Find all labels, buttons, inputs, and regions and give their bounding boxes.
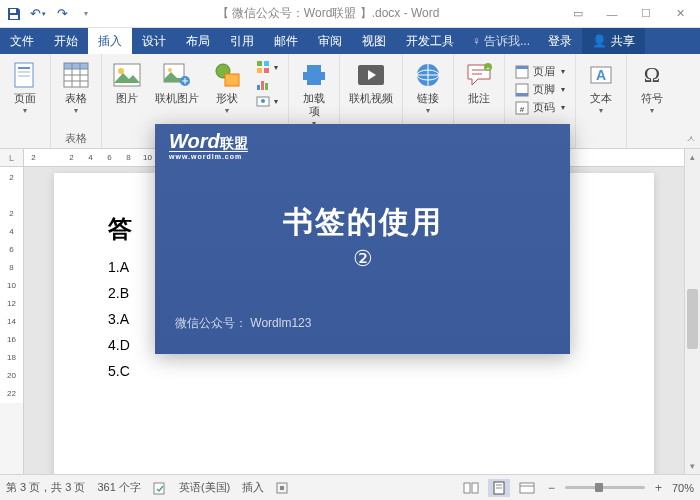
screenshot-button[interactable]: ▾ <box>254 93 280 109</box>
vruler-tick: 14 <box>0 313 23 331</box>
link-icon <box>412 59 444 91</box>
overlay-footer: 微信公众号： Wordlm123 <box>175 315 311 332</box>
window-title: 【 微信公众号：Word联盟 】.docx - Word <box>94 5 562 22</box>
overlay-title: 书签的使用 <box>155 202 570 243</box>
minimize-button[interactable]: — <box>596 4 628 24</box>
maximize-button[interactable]: ☐ <box>630 4 662 24</box>
tab-mail[interactable]: 邮件 <box>264 28 308 54</box>
svg-rect-20 <box>257 61 262 66</box>
close-button[interactable]: ✕ <box>664 4 696 24</box>
tab-home[interactable]: 开始 <box>44 28 88 54</box>
addins-button[interactable]: 加载 项 ▾ <box>293 57 335 132</box>
svg-rect-3 <box>18 67 30 69</box>
table-button[interactable]: 表格 ▾ <box>55 57 97 129</box>
shapes-button[interactable]: 形状 ▾ <box>206 57 248 132</box>
chart-button[interactable] <box>254 76 280 92</box>
ribbon-options-icon[interactable]: ▭ <box>562 4 594 24</box>
save-icon[interactable] <box>6 6 22 22</box>
chevron-down-icon: ▾ <box>225 106 229 115</box>
collapse-ribbon-icon[interactable]: ㅅ <box>686 132 696 146</box>
header-icon <box>515 65 529 79</box>
online-video-button[interactable]: 联机视频 <box>344 57 398 132</box>
view-web-icon[interactable] <box>516 479 538 497</box>
vruler-tick: 20 <box>0 367 23 385</box>
svg-rect-23 <box>264 68 269 73</box>
comment-button[interactable]: + 批注 <box>458 57 500 132</box>
header-button[interactable]: 页眉▾ <box>513 63 567 80</box>
bulb-icon: ♀ <box>472 34 481 48</box>
status-lang[interactable]: 英语(美国) <box>179 480 230 495</box>
tab-references[interactable]: 引用 <box>220 28 264 54</box>
tab-file[interactable]: 文件 <box>0 28 44 54</box>
overlay-card: Word联盟 www.wordlm.com 书签的使用 ② 微信公众号： Wor… <box>155 124 570 354</box>
vruler-tick: 16 <box>0 331 23 349</box>
zoom-slider[interactable] <box>565 486 645 489</box>
zoom-out-button[interactable]: − <box>544 481 559 495</box>
smartart-icon <box>256 60 270 74</box>
tab-view[interactable]: 视图 <box>352 28 396 54</box>
svg-text:#: # <box>520 105 525 114</box>
svg-rect-47 <box>464 483 470 493</box>
svg-rect-22 <box>257 68 262 73</box>
status-bar: 第 3 页，共 3 页 361 个字 英语(美国) 插入 − + 70% <box>0 474 700 500</box>
share-button[interactable]: 👤共享 <box>582 28 645 54</box>
vruler-tick: 10 <box>0 277 23 295</box>
undo-icon[interactable]: ↶▾ <box>30 6 46 22</box>
chevron-down-icon: ▾ <box>74 106 78 115</box>
scroll-down-icon[interactable]: ▾ <box>685 458 700 474</box>
quick-access-toolbar: ↶▾ ↷ ▾ <box>0 6 94 22</box>
tell-me[interactable]: ♀告诉我... <box>464 28 538 54</box>
qat-more-icon[interactable]: ▾ <box>78 6 94 22</box>
pages-button[interactable]: 页面 ▾ <box>4 57 46 132</box>
vertical-scrollbar[interactable]: ▴ ▾ <box>684 149 700 474</box>
text-button[interactable]: A 文本 ▾ <box>580 57 622 132</box>
shapes-icon <box>211 59 243 91</box>
status-macro-icon[interactable] <box>276 482 288 494</box>
footer-icon <box>515 83 529 97</box>
redo-icon[interactable]: ↷ <box>54 6 70 22</box>
svg-rect-1 <box>10 15 18 19</box>
status-words[interactable]: 361 个字 <box>97 480 140 495</box>
tab-review[interactable]: 审阅 <box>308 28 352 54</box>
picture-icon <box>111 59 143 91</box>
vruler-tick: 8 <box>0 259 23 277</box>
status-page[interactable]: 第 3 页，共 3 页 <box>6 480 85 495</box>
overlay-logo: Word联盟 www.wordlm.com <box>169 130 248 160</box>
online-picture-button[interactable]: 联机图片 <box>150 57 204 132</box>
zoom-value[interactable]: 70% <box>672 482 694 494</box>
status-mode[interactable]: 插入 <box>242 480 264 495</box>
zoom-in-button[interactable]: + <box>651 481 666 495</box>
footer-button[interactable]: 页脚▾ <box>513 81 567 98</box>
smartart-button[interactable]: ▾ <box>254 59 280 75</box>
ribbon-group-symbols: Ω 符号 ▾ <box>627 54 677 148</box>
scroll-thumb[interactable] <box>687 289 698 349</box>
symbol-button[interactable]: Ω 符号 ▾ <box>631 57 673 132</box>
tab-design[interactable]: 设计 <box>132 28 176 54</box>
tab-developer[interactable]: 开发工具 <box>396 28 464 54</box>
vruler-tick <box>0 187 23 205</box>
links-button[interactable]: 链接 ▾ <box>407 57 449 132</box>
login-button[interactable]: 登录 <box>538 28 582 54</box>
menu-bar: 文件 开始 插入 设计 布局 引用 邮件 审阅 视图 开发工具 ♀告诉我... … <box>0 28 700 54</box>
view-read-icon[interactable] <box>460 479 482 497</box>
zoom-thumb[interactable] <box>595 483 603 492</box>
window-controls: ▭ — ☐ ✕ <box>562 4 700 24</box>
video-icon <box>355 59 387 91</box>
picture-button[interactable]: 图片 <box>106 57 148 132</box>
hruler-tick: 2 <box>62 153 81 162</box>
tab-insert[interactable]: 插入 <box>88 28 132 54</box>
vruler-tick: 2 <box>0 169 23 187</box>
pagenum-icon: # <box>515 101 529 115</box>
svg-rect-19 <box>225 74 239 86</box>
title-bar: ↶▾ ↷ ▾ 【 微信公众号：Word联盟 】.docx - Word ▭ — … <box>0 0 700 28</box>
pagenum-button[interactable]: #页码▾ <box>513 99 567 116</box>
scroll-up-icon[interactable]: ▴ <box>685 149 700 165</box>
status-proofing-icon[interactable] <box>153 481 167 495</box>
chevron-down-icon: ▾ <box>23 106 27 115</box>
view-print-icon[interactable] <box>488 479 510 497</box>
chart-icon <box>256 77 270 91</box>
svg-rect-21 <box>264 61 269 66</box>
page-icon <box>9 59 41 91</box>
svg-rect-25 <box>261 81 264 90</box>
tab-layout[interactable]: 布局 <box>176 28 220 54</box>
